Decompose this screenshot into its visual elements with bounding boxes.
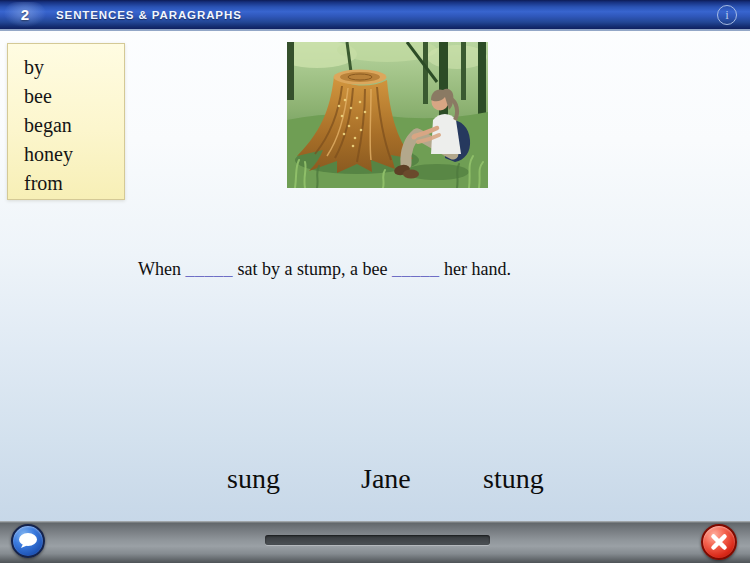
title-bar: 2 SENTENCES & PARAGRAPHS i: [0, 0, 750, 29]
choice-word-jane[interactable]: Jane: [361, 463, 411, 495]
lesson-number-badge: 2: [4, 2, 46, 27]
sentence-part: her hand.: [444, 259, 511, 279]
word-bank-word: by: [24, 53, 124, 82]
app-window: 2 SENTENCES & PARAGRAPHS i by bee began …: [0, 0, 750, 563]
info-icon[interactable]: i: [717, 5, 737, 25]
word-bank-word: from: [24, 169, 124, 198]
close-x-glyph: [708, 531, 730, 553]
word-bank-word: bee: [24, 82, 124, 111]
word-bank-word: began: [24, 111, 124, 140]
info-glyph: i: [725, 7, 729, 23]
sentence-text: When _____ sat by a stump, a bee _____ h…: [138, 254, 511, 284]
page-title: SENTENCES & PARAGRAPHS: [56, 0, 242, 29]
progress-track: [265, 535, 490, 545]
stump-illustration: [287, 42, 488, 188]
sentence-blank-1[interactable]: _____: [185, 259, 233, 279]
lesson-number: 2: [21, 6, 29, 23]
word-bank-note: by bee began honey from: [7, 43, 125, 200]
sentence-part: When: [138, 259, 181, 279]
sentence-blank-2[interactable]: _____: [392, 259, 440, 279]
choice-word-stung[interactable]: stung: [483, 463, 544, 495]
word-bank-word: honey: [24, 140, 124, 169]
speech-bubble-icon: [16, 529, 40, 553]
speech-bubble-button[interactable]: [11, 524, 45, 558]
sentence-part: sat by a stump, a bee: [237, 259, 387, 279]
stump-illustration-svg: [287, 42, 488, 188]
close-icon[interactable]: [701, 524, 737, 560]
choice-word-sung[interactable]: sung: [227, 463, 280, 495]
header-divider: [0, 29, 750, 31]
